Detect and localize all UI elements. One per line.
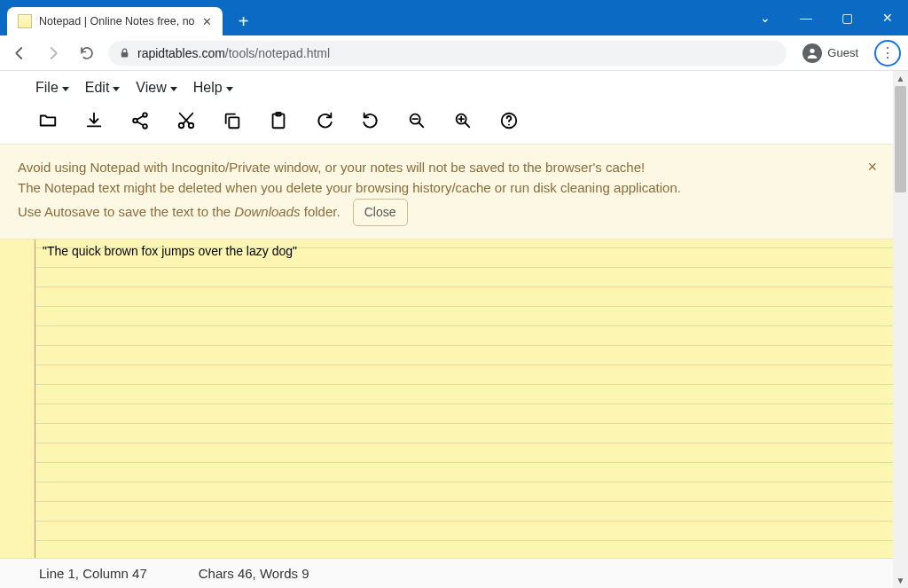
menubar: File Edit View Help <box>0 71 893 101</box>
zoom-out-button[interactable] <box>406 110 427 131</box>
redo-button[interactable] <box>360 110 381 131</box>
back-button[interactable] <box>7 41 32 66</box>
reload-button[interactable] <box>74 41 99 66</box>
banner-line1: Avoid using Notepad with Incognito/Priva… <box>18 157 875 177</box>
undo-button[interactable] <box>314 110 335 131</box>
avatar-icon <box>802 43 822 63</box>
lock-icon <box>119 47 130 59</box>
window-controls: ⌄ ― ▢ ✕ <box>745 0 908 35</box>
browser-menu-button[interactable]: ⋮ <box>874 40 901 67</box>
menu-edit[interactable]: Edit <box>85 80 121 96</box>
download-button[interactable] <box>83 110 105 131</box>
menu-view[interactable]: View <box>136 80 176 96</box>
browser-title-bar: Notepad | Online Notes free, no ✕ + ⌄ ― … <box>0 0 908 35</box>
menu-file-label: File <box>35 80 59 96</box>
banner-close-icon[interactable]: × <box>867 155 877 180</box>
url-text: rapidtables.com/tools/notepad.html <box>137 46 330 60</box>
warning-banner: × Avoid using Notepad with Incognito/Pri… <box>0 144 893 239</box>
forward-button[interactable] <box>41 41 66 66</box>
new-tab-button[interactable]: + <box>231 9 256 34</box>
chevron-down-icon[interactable]: ⌄ <box>745 0 786 35</box>
banner-line2: The Notepad text might be deleted when y… <box>18 177 875 198</box>
toolbar <box>0 101 893 144</box>
url-input[interactable]: rapidtables.com/tools/notepad.html <box>108 41 787 66</box>
menu-help[interactable]: Help <box>193 80 233 96</box>
minimize-button[interactable]: ― <box>786 0 826 35</box>
svg-rect-7 <box>229 117 239 128</box>
svg-point-3 <box>133 119 137 123</box>
status-line-col: Line 1, Column 47 <box>39 566 147 581</box>
profile-chip[interactable]: Guest <box>795 42 865 65</box>
share-button[interactable] <box>129 110 151 131</box>
menu-file[interactable]: File <box>35 80 69 96</box>
status-bar: Line 1, Column 47 Chars 46, Words 9 <box>0 558 893 588</box>
notepad-margin <box>0 239 35 558</box>
svg-point-2 <box>143 113 147 117</box>
close-window-button[interactable]: ✕ <box>867 0 908 35</box>
notepad-area: "The quick brown fox jumps over the lazy… <box>0 239 893 558</box>
menu-edit-label: Edit <box>85 80 110 96</box>
caret-down-icon <box>170 87 177 91</box>
banner-line3: Use Autosave to save the text to the Dow… <box>18 199 875 227</box>
caret-down-icon <box>62 87 69 91</box>
caret-down-icon <box>113 87 120 91</box>
svg-point-4 <box>143 124 147 129</box>
close-tab-icon[interactable]: ✕ <box>202 15 212 28</box>
tab-title: Notepad | Online Notes free, no <box>39 15 195 27</box>
menu-view-label: View <box>136 80 166 96</box>
svg-rect-0 <box>121 52 129 57</box>
favicon-icon <box>18 14 32 28</box>
menu-help-label: Help <box>193 80 223 96</box>
paste-button[interactable] <box>268 110 289 131</box>
maximize-button[interactable]: ▢ <box>826 0 867 35</box>
cut-button[interactable] <box>176 110 197 131</box>
open-folder-button[interactable] <box>37 110 59 131</box>
copy-button[interactable] <box>222 110 243 131</box>
browser-tab[interactable]: Notepad | Online Notes free, no ✕ <box>7 7 223 35</box>
scroll-up-icon[interactable]: ▲ <box>893 71 908 86</box>
vertical-scrollbar[interactable]: ▲ ▼ <box>893 71 908 588</box>
notepad-textarea[interactable]: "The quick brown fox jumps over the lazy… <box>43 241 884 261</box>
ruled-lines <box>0 239 893 558</box>
scroll-thumb[interactable] <box>895 86 906 192</box>
address-bar: rapidtables.com/tools/notepad.html Guest… <box>0 35 908 71</box>
svg-point-1 <box>810 48 815 52</box>
page-content: File Edit View Help <box>0 71 893 588</box>
help-button[interactable] <box>498 110 520 131</box>
profile-label: Guest <box>827 46 858 59</box>
status-chars-words: Chars 46, Words 9 <box>199 566 309 581</box>
scroll-down-icon[interactable]: ▼ <box>893 573 908 588</box>
zoom-in-button[interactable] <box>452 110 474 131</box>
caret-down-icon <box>226 87 233 91</box>
banner-close-button[interactable]: Close <box>353 199 408 227</box>
